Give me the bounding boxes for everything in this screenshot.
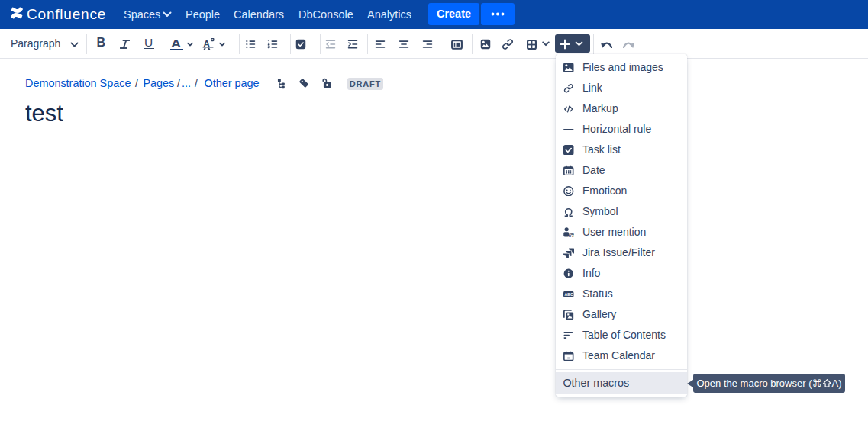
svg-text:A: A: [204, 39, 210, 48]
svg-text:ABC: ABC: [564, 292, 573, 297]
svg-text:@: @: [568, 230, 573, 237]
